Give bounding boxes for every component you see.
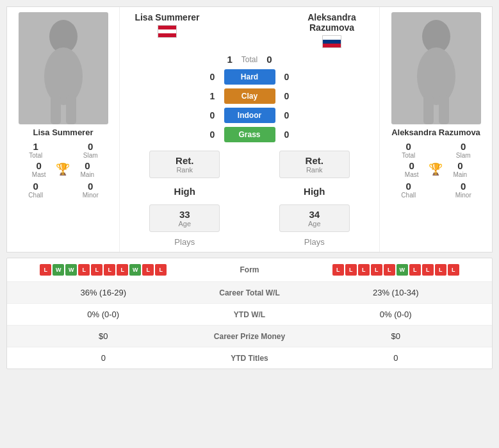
right-info-col: Ret. Rank High 34 Age Plays — [279, 148, 350, 247]
main-container: Lisa Summerer 1 Total 0 Slam 0 Mast 🏆 — [0, 0, 499, 376]
form-row: L W W L L L L W L L Form L L — [7, 258, 492, 282]
ytd-titles-label: YTD Titles — [192, 354, 307, 363]
svg-point-1 — [44, 47, 83, 105]
rform-badge-l5: L — [384, 264, 395, 276]
career-wl-right: 23% (10-34) — [307, 288, 485, 297]
ytd-wl-row: 0% (0-0) YTD W/L 0% (0-0) — [7, 304, 492, 326]
svg-rect-2 — [51, 95, 61, 124]
form-badge-l4: L — [104, 264, 115, 276]
player-right-photo — [391, 12, 481, 124]
clay-button: Clay — [224, 88, 275, 104]
left-rank-box: Ret. Rank — [149, 151, 220, 178]
svg-rect-3 — [66, 95, 76, 124]
left-plays: Plays — [174, 237, 195, 247]
right-rank-box: Ret. Rank — [279, 151, 350, 178]
right-flag — [287, 35, 377, 51]
career-wl-row: 36% (16-29) Career Total W/L 23% (10-34) — [7, 282, 492, 304]
prize-row: $0 Career Prize Money $0 — [7, 326, 492, 347]
stat-chall-right: 0 Chall — [384, 181, 434, 199]
form-right-badges: L L L L L W L L L L — [307, 264, 485, 276]
stat-chall-left: 0 Chall — [11, 181, 61, 199]
top-card: Lisa Summerer 1 Total 0 Slam 0 Mast 🏆 — [6, 6, 493, 253]
hard-right-score: 0 — [281, 72, 293, 82]
indoor-left-score: 0 — [206, 110, 219, 120]
player-right-silhouette — [401, 19, 471, 124]
player-left-silhouette — [28, 19, 99, 124]
prize-right: $0 — [307, 331, 485, 341]
stat-total-right: 0 Total — [384, 141, 434, 159]
clay-left-score: 1 — [206, 91, 219, 101]
grass-right-score: 0 — [281, 129, 293, 140]
hard-button: Hard — [224, 69, 275, 85]
right-form-badges: L L L L L W L L L L — [307, 264, 485, 276]
player-left-section: Lisa Summerer 1 Total 0 Slam 0 Mast 🏆 — [7, 7, 119, 252]
surface-grass-row: 0 Grass 0 — [122, 127, 377, 142]
left-info-col: Ret. Rank High 33 Age Plays — [149, 148, 220, 247]
form-badge-l1: L — [40, 264, 51, 276]
prize-left: $0 — [15, 331, 192, 341]
player-right-stats2: 0 Chall 0 Minor — [384, 181, 488, 199]
player-names-header: Lisa Summerer Aleksandra Razumova — [122, 12, 377, 51]
hard-left-score: 0 — [206, 72, 219, 82]
rform-badge-l6: L — [409, 264, 421, 276]
form-badge-w3: W — [129, 264, 141, 276]
ytd-titles-right: 0 — [307, 353, 485, 363]
info-columns: Ret. Rank High 33 Age Plays Ret. Rank — [122, 148, 377, 247]
player-left-photo — [19, 12, 108, 124]
form-badge-l3: L — [91, 264, 102, 276]
ytd-titles-left: 0 — [15, 353, 192, 363]
stat-minor-right: 0 Minor — [439, 181, 489, 199]
stat-main-left: 0 Main — [80, 160, 94, 178]
indoor-button: Indoor — [224, 108, 275, 123]
indoor-right-score: 0 — [281, 110, 293, 120]
player-right-stats: 0 Total 0 Slam — [384, 141, 488, 159]
form-badge-w1: W — [53, 264, 64, 276]
career-wl-left: 36% (16-29) — [15, 288, 192, 297]
form-badge-w2: W — [65, 264, 77, 276]
svg-point-5 — [417, 47, 455, 105]
trophy-row-left: 0 Mast 🏆 0 Main — [11, 160, 115, 178]
career-wl-label: Career Total W/L — [192, 288, 307, 297]
player-right-section: Aleksandra Razumova 0 Total 0 Slam 0 Mas… — [380, 7, 492, 252]
stat-mast-right: 0 Mast — [405, 160, 419, 178]
stats-table: L W W L L L L W L L Form L L — [6, 258, 493, 369]
stat-mast-left: 0 Mast — [32, 160, 46, 178]
trophy-row-right: 0 Mast 🏆 0 Main — [384, 160, 488, 178]
svg-rect-6 — [423, 95, 434, 124]
ytd-wl-left: 0% (0-0) — [15, 310, 192, 319]
form-badge-l5: L — [117, 264, 128, 276]
clay-right-score: 0 — [281, 91, 293, 101]
stat-slam-right: 0 Slam — [439, 141, 489, 159]
form-badge-l2: L — [78, 264, 90, 276]
form-badge-l6: L — [142, 264, 154, 276]
total-row: 1 Total 0 — [227, 54, 272, 65]
rform-badge-l2: L — [345, 264, 357, 276]
form-badge-l7: L — [155, 264, 167, 276]
player-left-stats: 1 Total 0 Slam — [11, 141, 115, 159]
player-left-name: Lisa Summerer — [33, 128, 94, 137]
ytd-wl-right: 0% (0-0) — [307, 310, 485, 319]
left-high: High — [174, 186, 195, 197]
rform-badge-l4: L — [371, 264, 382, 276]
surface-indoor-row: 0 Indoor 0 — [122, 108, 377, 123]
grass-left-score: 0 — [206, 129, 219, 140]
rform-badge-l9: L — [448, 264, 459, 276]
right-high: High — [304, 186, 325, 197]
total-left: 1 — [227, 54, 232, 65]
left-flag — [122, 25, 212, 41]
rform-badge-l1: L — [332, 264, 344, 276]
austria-flag — [158, 25, 177, 38]
trophy-icon-right: 🏆 — [429, 162, 443, 176]
ytd-wl-label: YTD W/L — [192, 310, 307, 319]
stat-minor-left: 0 Minor — [66, 181, 116, 199]
right-name-header: Aleksandra Razumova — [287, 12, 377, 51]
ytd-titles-row: 0 YTD Titles 0 — [7, 347, 492, 369]
left-age-box: 33 Age — [149, 204, 220, 232]
rform-badge-l7: L — [422, 264, 434, 276]
total-label: Total — [241, 55, 258, 64]
stat-total-left: 1 Total — [11, 141, 61, 159]
right-age-box: 34 Age — [279, 204, 350, 232]
stat-slam-left: 0 Slam — [66, 141, 116, 159]
surface-hard-row: 0 Hard 0 — [122, 69, 377, 85]
form-left-badges: L W W L L L L W L L — [15, 264, 192, 276]
